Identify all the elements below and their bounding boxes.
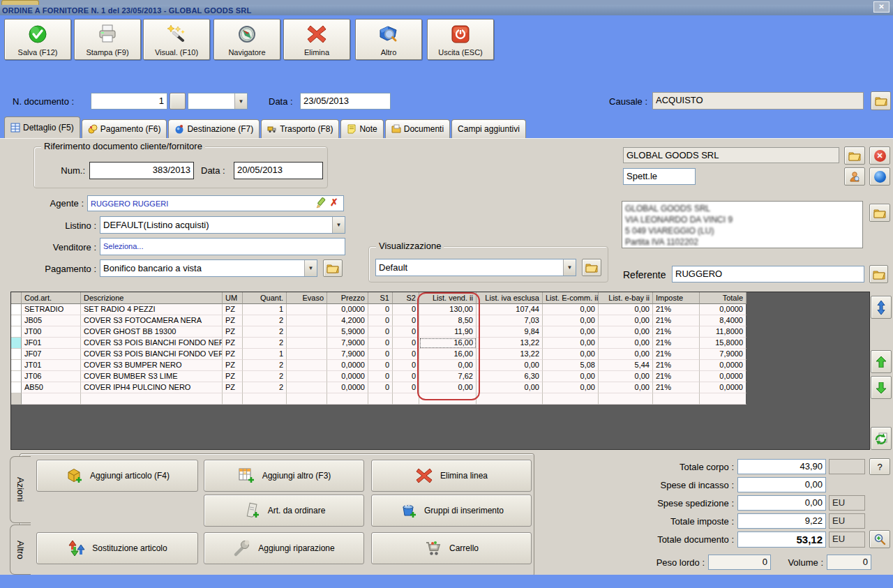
table-cell[interactable]: 0 [368, 371, 393, 382]
data-input[interactable]: 23/05/2013 [300, 93, 391, 110]
table-cell[interactable]: SETRADIO [22, 304, 81, 315]
table-cell[interactable]: 16,00 [419, 338, 476, 349]
row-selector[interactable] [11, 382, 22, 393]
tab-altro[interactable]: Altro [10, 525, 31, 575]
table-row[interactable]: JB05COVER S3 FOTOCAMERA NERAPZ24,2000008… [11, 315, 746, 326]
table-cell[interactable]: COVER GHOST BB 19300 [81, 326, 223, 338]
table-cell[interactable]: 9,84 [476, 326, 543, 338]
table-cell[interactable] [476, 393, 543, 405]
table-cell[interactable]: 0,0000 [327, 360, 368, 371]
table-cell[interactable] [287, 360, 327, 371]
table-cell[interactable]: 7,62 [419, 371, 476, 382]
table-cell[interactable] [287, 371, 327, 382]
visualizzazione-folder-button[interactable] [582, 259, 601, 276]
customer-remove-button[interactable]: ✕ [869, 146, 890, 165]
table-cell[interactable]: PZ [223, 382, 243, 393]
tab-azioni[interactable]: Azioni [10, 456, 31, 523]
table-cell[interactable]: 0 [368, 326, 393, 338]
table-cell[interactable]: 0 [393, 371, 419, 382]
table-row[interactable]: JT06COVER BUMBER S3 LIMEPZ20,0000007,626… [11, 371, 746, 382]
column-header[interactable]: S2 [393, 292, 419, 304]
customer-address-box[interactable]: GLOBAL GOODS SRL VIA LEONARDO DA VINCI 9… [622, 201, 863, 248]
doc-series-select[interactable]: ▼ [188, 93, 248, 110]
table-cell[interactable]: 0 [368, 304, 393, 315]
table-cell[interactable]: 0 [368, 315, 393, 326]
table-cell[interactable] [22, 393, 81, 405]
causale-input[interactable]: ACQUISTO [652, 92, 864, 110]
table-cell[interactable]: PZ [223, 304, 243, 315]
table-cell[interactable] [653, 393, 700, 405]
table-cell[interactable]: 6,30 [476, 371, 543, 382]
table-cell[interactable]: 0,00 [599, 371, 653, 382]
tab-dettaglio[interactable]: Dettaglio (F5) [4, 116, 80, 138]
table-cell[interactable]: 21% [653, 338, 700, 349]
table-cell[interactable]: 0 [393, 349, 419, 360]
articles-to-order-button[interactable]: Art. da ordinare [204, 495, 364, 527]
table-cell[interactable]: 11,90 [419, 326, 476, 338]
table-cell[interactable]: 0,00 [543, 382, 599, 393]
table-cell[interactable]: JB05 [22, 315, 81, 326]
selector-header[interactable] [11, 292, 22, 304]
table-cell[interactable] [81, 393, 223, 405]
table-row[interactable]: JF07COVER S3 POIS BIANCHI FONDO VER...PZ… [11, 349, 746, 360]
table-row[interactable]: JT00COVER GHOST BB 19300PZ25,90000011,90… [11, 326, 746, 338]
table-cell[interactable]: 16,00 [419, 349, 476, 360]
customer-folder-button[interactable] [844, 146, 865, 165]
table-cell[interactable] [287, 349, 327, 360]
causale-folder-button[interactable] [871, 91, 891, 110]
spese-spedizione-value[interactable]: 0,00 [737, 495, 826, 511]
table-cell[interactable]: 21% [653, 360, 700, 371]
table-cell[interactable]: 0 [368, 349, 393, 360]
row-selector[interactable] [11, 360, 22, 371]
doc-number-spacer-button[interactable] [170, 93, 186, 110]
column-header[interactable]: List. vend. ii [419, 292, 476, 304]
customer-name-field[interactable]: GLOBAL GOODS SRL [623, 147, 839, 163]
table-cell[interactable]: 0,00 [419, 382, 476, 393]
save-button[interactable]: Salva (F12) [4, 19, 71, 60]
table-cell[interactable]: 8,50 [419, 315, 476, 326]
table-cell[interactable]: 0 [393, 326, 419, 338]
table-cell[interactable] [223, 393, 243, 405]
table-cell[interactable]: 11,8000 [700, 326, 746, 338]
table-cell[interactable]: 0 [393, 338, 419, 349]
column-header[interactable]: Totale [700, 292, 746, 304]
table-cell[interactable]: 0,0000 [700, 371, 746, 382]
table-cell[interactable]: JT06 [22, 371, 81, 382]
table-cell[interactable]: COVER S3 POIS BIANCHI FONDO NERO [81, 338, 223, 349]
table-cell[interactable]: SET RADIO 4 PEZZI [81, 304, 223, 315]
column-header[interactable]: List. E-comm. ii [543, 292, 599, 304]
table-cell[interactable]: COVER IPH4 PULCINO NERO [81, 382, 223, 393]
column-header[interactable]: Imposte [653, 292, 700, 304]
table-cell[interactable]: COVER S3 BUMPER NERO [81, 360, 223, 371]
table-cell[interactable]: 21% [653, 304, 700, 315]
table-cell[interactable]: JT01 [22, 360, 81, 371]
table-cell[interactable]: 0,00 [599, 349, 653, 360]
tab-pagamento[interactable]: Pagamento (F6) [82, 119, 167, 138]
column-header[interactable]: Quant. [243, 292, 287, 304]
table-cell[interactable]: 21% [653, 349, 700, 360]
table-cell[interactable]: 2 [243, 382, 287, 393]
table-cell[interactable]: 2 [243, 326, 287, 338]
referente-folder-button[interactable] [869, 265, 888, 283]
table-cell[interactable]: 13,22 [476, 349, 543, 360]
table-cell[interactable] [700, 393, 746, 405]
table-cell[interactable]: 21% [653, 371, 700, 382]
row-selector[interactable] [11, 393, 22, 405]
referente-input[interactable]: RUGGERO [672, 266, 864, 282]
table-cell[interactable]: 2 [243, 371, 287, 382]
table-cell[interactable]: 0,00 [599, 382, 653, 393]
totale-corpo-value[interactable]: 43,90 [737, 459, 826, 474]
row-selector[interactable] [11, 338, 22, 349]
table-cell[interactable]: 0,00 [543, 349, 599, 360]
table-cell[interactable]: 5,44 [599, 360, 653, 371]
navigator-button[interactable]: Navigatore [213, 19, 280, 60]
row-selector[interactable] [11, 326, 22, 338]
delete-button[interactable]: Elimina [283, 19, 350, 60]
address-folder-button[interactable] [869, 204, 890, 222]
table-cell[interactable]: 0 [368, 382, 393, 393]
table-cell[interactable]: 2 [243, 360, 287, 371]
table-cell[interactable]: 0,00 [543, 326, 599, 338]
table-cell[interactable]: 7,03 [476, 315, 543, 326]
table-cell[interactable]: PZ [223, 360, 243, 371]
table-cell[interactable]: 107,44 [476, 304, 543, 315]
